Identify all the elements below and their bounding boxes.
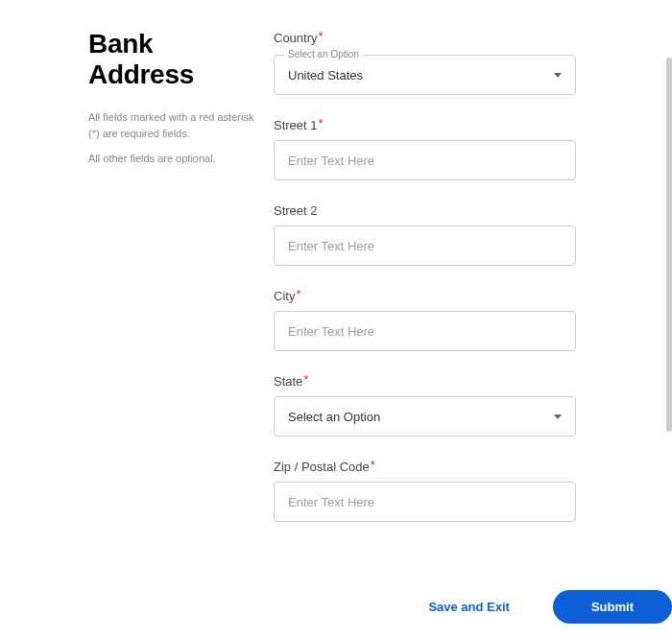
required-asterisk: * [303,372,308,387]
save-and-exit-button[interactable]: Save and Exit [428,600,510,614]
required-asterisk: * [319,29,324,43]
city-label: City [274,289,295,303]
state-field-group: State* Select an Option [274,372,576,437]
state-select[interactable]: Select an Option [274,396,576,437]
sidebar: Bank Address All fields marked with a re… [0,29,274,638]
street2-input[interactable] [274,225,576,266]
required-asterisk: * [319,116,324,130]
zip-label: Zip / Postal Code [274,460,370,474]
country-select[interactable]: Select an Option United States [274,55,576,95]
scrollbar-track [664,0,672,638]
state-label: State [274,374,302,389]
country-label: Country [274,31,318,45]
street1-field-group: Street 1* [274,116,576,180]
city-field-group: City* [274,287,576,351]
zip-input[interactable] [274,482,576,522]
zip-field-group: Zip / Postal Code* [274,458,576,522]
city-input[interactable] [274,311,576,351]
page-title: Bank Address [88,29,254,90]
country-value: United States [288,68,554,83]
street1-input[interactable] [274,140,576,180]
required-asterisk: * [371,458,375,472]
street2-field-group: Street 2 [274,201,576,266]
required-helper-text: All fields marked with a red asterisk (*… [88,109,254,141]
optional-helper-text: All other fields are optional. [88,151,254,167]
country-field-group: Country* Select an Option United States [274,29,576,95]
chevron-down-icon [554,414,562,419]
submit-button[interactable]: Submit [553,590,672,624]
form-main: Country* Select an Option United States … [274,29,672,638]
required-asterisk: * [296,287,300,301]
country-floating-label: Select an Option [284,49,363,59]
scrollbar-thumb[interactable] [666,58,672,432]
chevron-down-icon [554,73,562,78]
state-placeholder: Select an Option [288,410,554,424]
street1-label: Street 1 [274,118,318,132]
footer: Save and Exit Submit [0,590,672,624]
street2-label: Street 2 [274,203,318,218]
